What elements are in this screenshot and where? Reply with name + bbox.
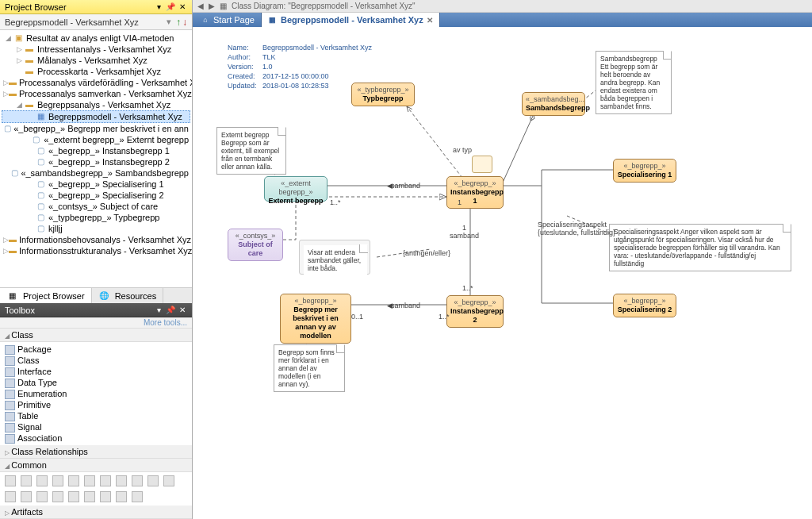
tree-item[interactable]: ▢«_begrepp_» Instansbegrepp 1: [2, 145, 190, 156]
tree-item-label: «_externt begrepp_» Externt begrepp: [44, 134, 189, 145]
common-tool-icon[interactable]: [116, 475, 127, 486]
tree-item[interactable]: ▢«_typbegrepp_» Typbegrepp: [2, 212, 190, 223]
tab-resources[interactable]: 🌐 Resources: [92, 288, 164, 303]
toolbox-item-interface[interactable]: Interface: [0, 366, 192, 377]
toolbox-item-enumeration[interactable]: Enumeration: [0, 388, 192, 399]
uml-typbegrepp[interactable]: «_typbegrepp_» Typbegrepp: [351, 83, 415, 106]
tree-item[interactable]: ▢«_externt begrepp_» Externt begrepp: [2, 134, 190, 145]
move-up-icon[interactable]: ↑: [176, 17, 181, 28]
toolbox-item-data-type[interactable]: Data Type: [0, 377, 192, 388]
tree-item[interactable]: ▢«_begrepp_» Instansbegrepp 2: [2, 156, 190, 167]
uml-specialisering-1[interactable]: «_begrepp_» Specialisering 1: [613, 159, 676, 183]
note-begrepp-mer[interactable]: Begrepp som finns mer förklarat i en ann…: [274, 344, 345, 392]
uml-begrepp-mer[interactable]: «_begrepp_» Begrepp mer beskrivet i en a…: [280, 294, 351, 344]
tree-item[interactable]: ▷▬Processanalys värdeförädling - Verksam…: [2, 77, 190, 88]
toolbox-item-package[interactable]: Package: [0, 344, 192, 355]
project-browser-header: Project Browser ▾ 📌 ✕: [0, 0, 192, 14]
tree-item[interactable]: ▢«_begrepp_» Specialisering 2: [2, 190, 190, 201]
common-tool-icon[interactable]: [84, 491, 95, 502]
common-tool-icon[interactable]: [68, 491, 79, 502]
tree-item[interactable]: ▢kjlljj: [2, 223, 190, 234]
mult-1starc: 1..*: [439, 313, 450, 321]
elem-icon: ▢: [35, 190, 46, 200]
common-tool-icon[interactable]: [21, 491, 32, 502]
common-tool-icon[interactable]: [52, 475, 63, 486]
toolbox-item-primitive[interactable]: Primitive: [0, 399, 192, 410]
common-tool-icon[interactable]: [132, 475, 143, 486]
common-tool-icon[interactable]: [116, 491, 127, 502]
tree-item[interactable]: ▢«_begrepp_» Begrepp mer beskrivet i en …: [2, 123, 190, 134]
mult-1b: 1: [462, 224, 466, 232]
pin-icon[interactable]: 📌: [166, 306, 175, 315]
tree-item-label: «_contsys_» Subject of care: [48, 201, 158, 212]
common-tool-icon[interactable]: [100, 475, 111, 486]
pin-icon[interactable]: 📌: [166, 2, 175, 12]
note-endera[interactable]: Visar att endera sambandet gäller, inte …: [304, 245, 367, 275]
note-externt[interactable]: Externt begrepp Begrepp som är externt, …: [216, 127, 286, 175]
tab-close-icon[interactable]: ✕: [427, 16, 433, 25]
chevron-down-icon[interactable]: ▾: [167, 17, 171, 27]
toolbox-item-table[interactable]: Table: [0, 410, 192, 421]
tree-item[interactable]: ▷▬Processanalys samverkan - Verksamhet X…: [2, 88, 190, 99]
uml-sambandsbegrepp[interactable]: «_sambandsbeg... Sambandsbegrepp: [522, 92, 585, 116]
tree-item[interactable]: ▢«_begrepp_» Specialisering 1: [2, 179, 190, 190]
uml-externt-begrepp[interactable]: «_externt begrepp_» Externt begrepp: [264, 176, 327, 202]
more-tools-link[interactable]: More tools...: [0, 317, 192, 329]
uml-specialisering-2[interactable]: «_begrepp_» Specialisering 2: [613, 294, 676, 317]
note-sambandsbegrepp[interactable]: Sambandsbegrepp Ett begrepp som är helt …: [596, 51, 672, 114]
toolbox-group-artifacts[interactable]: Artifacts: [0, 506, 192, 519]
dropdown-icon[interactable]: ▾: [154, 306, 163, 315]
uml-subject-of-care[interactable]: «_contsys_» Subject of care: [228, 229, 283, 261]
toolbox-group-class[interactable]: Class: [0, 329, 192, 342]
uml-instansbegrepp-2[interactable]: «_begrepp_» Instansbegrepp 2: [446, 295, 504, 328]
dropdown-icon[interactable]: ▾: [154, 2, 163, 12]
nav-left-icon[interactable]: ◀: [197, 2, 204, 10]
tree-item[interactable]: ▷▬Målanalys - Verksamhet Xyz: [2, 55, 190, 66]
uml-instansbegrepp-1[interactable]: «_begrepp_» Instansbegrepp 1: [446, 176, 504, 209]
note-specialiseringsaspekt[interactable]: Specialiseringsaspekt Anger vilken aspek…: [609, 224, 791, 271]
tab-project-browser[interactable]: ▦ Project Browser: [0, 288, 92, 303]
arrow-head-2: ◀: [387, 302, 393, 309]
toolbox-item-signal[interactable]: Signal: [0, 421, 192, 432]
common-tool-icon[interactable]: [36, 491, 48, 502]
common-tool-icon[interactable]: [5, 491, 16, 502]
tree-item[interactable]: ▷▬Informationsbehovsanalys - Verksamhet …: [2, 234, 190, 245]
tree-item-label: «_sambandsbegrepp_» Sambandsbegrepp: [21, 167, 189, 179]
move-down-icon[interactable]: ↓: [182, 17, 187, 28]
tree-item[interactable]: ▷▬Informationsstrukturanalys - Verksamhe…: [2, 245, 190, 256]
common-tool-icon[interactable]: [147, 475, 159, 486]
common-tool-icon[interactable]: [5, 475, 16, 486]
browser-tab-icon: ▦: [6, 291, 17, 301]
tab-diagram-active[interactable]: ▦ Begreppsmodell - Verksamhet Xyz ✕: [262, 13, 440, 27]
common-tool-icon[interactable]: [68, 475, 79, 486]
common-tool-icon[interactable]: [36, 475, 48, 486]
qualifier-avtyp[interactable]: [472, 156, 492, 173]
tab-start-page[interactable]: ⌂ Start Page: [194, 13, 262, 27]
nav-right-icon[interactable]: ▶: [209, 2, 215, 10]
tree-item[interactable]: ◢▬Begreppsanalys - Verksamhet Xyz: [2, 99, 190, 110]
tree-item[interactable]: ▬Processkarta - Verksamhjet Xyz: [2, 66, 190, 77]
tree-item[interactable]: ▷▬Intressentanalys - Verksamhet Xyz: [2, 44, 190, 55]
common-tool-icon[interactable]: [52, 491, 63, 502]
tree-item[interactable]: ▦Begreppsmodell - Verksamhet Xyz: [2, 110, 190, 123]
common-tool-icon[interactable]: [163, 475, 174, 486]
close-icon[interactable]: ✕: [178, 306, 187, 315]
common-tool-icon[interactable]: [100, 491, 111, 502]
tree-item-label: «_begrepp_» Specialisering 1: [48, 179, 164, 190]
tree-item[interactable]: ▢«_sambandsbegrepp_» Sambandsbegrepp: [2, 167, 190, 179]
diagram-canvas[interactable]: Name:Begreppsmodell - Verksamhet Xyz Aut…: [193, 27, 812, 519]
tree-item-label: Informationsstrukturanalys - Verksamhet …: [19, 245, 192, 256]
tree-item[interactable]: ▢«_contsys_» Subject of care: [2, 201, 190, 212]
toolbox-group-common[interactable]: Common: [0, 459, 192, 472]
toolbox-item-class[interactable]: Class: [0, 355, 192, 366]
common-tool-icon[interactable]: [21, 475, 32, 486]
mult-1star: 1..*: [330, 198, 341, 206]
project-tree[interactable]: ◢▣ Resultat av analys enligt VIA-metoden…: [0, 30, 192, 287]
toolbox-group-relationships[interactable]: Class Relationships: [0, 445, 192, 459]
close-icon[interactable]: ✕: [178, 2, 187, 12]
common-tool-icon[interactable]: [84, 475, 95, 486]
toolbox-item-association[interactable]: Association: [0, 432, 192, 444]
common-tool-icon[interactable]: [132, 491, 143, 502]
label-samband: samband: [391, 182, 420, 190]
tree-root[interactable]: ◢▣ Resultat av analys enligt VIA-metoden: [2, 33, 190, 44]
